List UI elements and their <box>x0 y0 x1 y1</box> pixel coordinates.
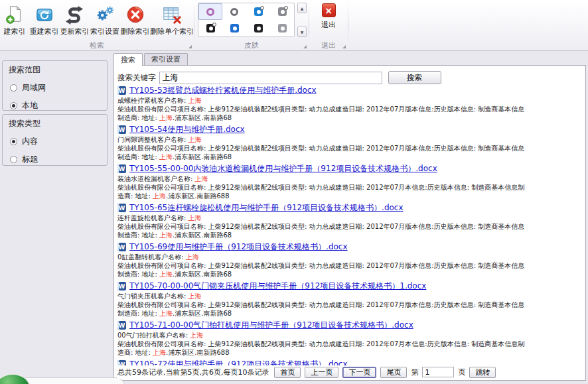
ribbon: 建索引 重建索引 更新索引 索引设置 <box>0 0 588 51</box>
index-settings-icon <box>95 3 115 27</box>
delete-single-index-button[interactable]: 删除单个索引 <box>151 0 194 38</box>
skin-blue-clock[interactable] <box>246 3 270 20</box>
search-button[interactable]: 搜索 <box>388 71 441 84</box>
jump-button[interactable]: 跳转 <box>469 367 496 378</box>
skin-gallery <box>198 3 295 37</box>
radio-option-内容[interactable]: 内容 <box>10 136 107 147</box>
create-index-button[interactable]: 建索引 <box>0 0 29 38</box>
group-caption-text: 皮肤 <box>244 40 259 50</box>
skin-blue[interactable] <box>222 20 246 36</box>
result-title-row: WTY105-69使用与维护手册（912项目设备技术规格书）.docx <box>117 242 583 252</box>
first-page-button[interactable]: 首页 <box>274 367 301 378</box>
skin-purple-ring[interactable] <box>198 3 222 20</box>
radio-selected-icon[interactable] <box>10 138 17 145</box>
skin-black[interactable] <box>246 20 270 36</box>
result-link[interactable]: TY105-54使用与维护手册.docx <box>129 125 245 135</box>
result-item: WTY105-65连杆螺栓旋松机使用与维护手册（912项目设备技术规格书）.do… <box>117 203 583 239</box>
radio-option-局域网[interactable]: 局域网 <box>10 82 107 94</box>
result-description-line: 气门锁夹压机客户名称: 上海 <box>117 292 583 300</box>
result-item: WTY105-53摇臂总成螺栓拧紧机使用与维护手册.docx成螺栓拧紧机客户名称… <box>117 86 583 122</box>
result-description-line: 制造商: 地址: 上海.浦东新区.南新路68 <box>117 309 583 318</box>
group-dialog-launcher-icon[interactable] <box>188 45 192 48</box>
result-description-line: 柴油机股份有限公司项目名称: 上柴912柴油机装配2线项目类型: 动力总成建造日… <box>117 261 583 270</box>
app-window: { "colors": { "word_icon_blue": "#2b579a… <box>0 0 588 384</box>
rebuild-index-icon <box>35 3 54 27</box>
next-page-button[interactable]: 下一页 <box>342 367 376 378</box>
keyword-highlight: 上海 <box>159 231 173 239</box>
radio-label: 本地 <box>22 100 38 111</box>
result-item: WTY105-54使用与维护手册.docx门间隙调整机客户名称: 上海柴油机股份… <box>117 125 583 161</box>
skin-blue-clock-icon <box>254 7 263 16</box>
keyword-highlight: 上海 <box>159 153 173 160</box>
ribbon-group-index: 建索引 重建索引 更新索引 索引设置 <box>0 0 194 50</box>
result-item: WTY105-71-00-00气门拍打机使用与维护手册（912项目设备技术规格书… <box>117 320 583 357</box>
skin-black-clock[interactable] <box>198 20 222 36</box>
skin-black-icon <box>254 24 263 32</box>
last-page-button[interactable]: 尾页 <box>380 367 407 378</box>
exit-button-label: 退出 <box>321 20 336 30</box>
pagination-summary: 总共59条记录,当前第5页,共6页,每页10条记录 <box>117 367 269 377</box>
result-description-line: 制造商: 地址: 上海.浦东新区.南新路68 <box>117 231 583 239</box>
skin-silver[interactable] <box>270 20 294 36</box>
result-description-line: 制造商: 地址: 上海.浦东新区.南新路68 <box>117 270 583 279</box>
rebuild-index-button[interactable]: 重建索引 <box>29 0 60 38</box>
skin-purple-ring-icon <box>206 8 214 16</box>
index-settings-button[interactable]: 索引设置 <box>90 0 120 38</box>
keyword-highlight: 上海 <box>153 349 166 356</box>
radio-option-本地[interactable]: 本地 <box>10 100 107 111</box>
radio-unselected-icon[interactable] <box>10 84 17 92</box>
ribbon-group-caption-exit: 退出 <box>309 40 348 50</box>
group-dialog-launcher-icon[interactable] <box>303 45 307 48</box>
result-description-line: 柴油机股份有限公司项目名称: 上柴912柴油机装配2线项目类型: 动力总成建造日… <box>117 183 583 192</box>
gallery-scroll-down-icon[interactable]: ▼ <box>297 27 307 37</box>
skin-gray-ring[interactable] <box>222 3 246 20</box>
group-dialog-launcher-icon[interactable] <box>342 45 346 48</box>
word-document-icon: W <box>117 243 126 251</box>
word-document-icon: W <box>117 86 126 95</box>
page-number-input[interactable] <box>422 367 454 377</box>
result-title-row: WTY105-70-00-00气门锁夹压机使用与维护手册（912项目设备技术规格… <box>117 281 583 291</box>
rebuild-index-label: 重建索引 <box>30 27 59 36</box>
prev-page-button[interactable]: 上一页 <box>305 367 338 378</box>
result-description-line: 连杆盖旋松机客户名称: 上海 <box>117 214 583 222</box>
index-settings-label: 索引设置 <box>90 27 119 36</box>
result-description-line: 制造商: 地址: 上海.浦东新区.南新路68 <box>117 153 583 161</box>
result-link[interactable]: TY105-55-00-00内装油水道检漏机使用与维护手册（912项目设备技术规… <box>129 164 437 174</box>
result-link[interactable]: TY105-71-00-00气门拍打机使用与维护手册（912项目设备技术规格书）… <box>129 320 413 331</box>
delete-index-label: 删除索引 <box>121 27 150 36</box>
radio-option-标题[interactable]: 标题 <box>10 154 107 165</box>
exit-x-icon: × <box>322 3 336 17</box>
result-item: WTY105-55-00-00内装油水道检漏机使用与维护手册（912项目设备技术… <box>117 164 583 200</box>
result-link[interactable]: TY105-70-00-00气门锁夹压机使用与维护手册（912项目设备技术规格书… <box>129 281 426 292</box>
search-keyword-input[interactable] <box>159 72 382 84</box>
keyword-highlight: 上海 <box>190 332 203 339</box>
gallery-scroll-up-icon[interactable]: ▲ <box>297 3 307 13</box>
result-link[interactable]: TY105-69使用与维护手册（912项目设备技术规格书）.docx <box>129 242 348 253</box>
result-description-line: 造商: 地址: 上海.浦东新区.南新路688 <box>117 348 583 357</box>
result-link[interactable]: TY105-65连杆螺栓旋松机使用与维护手册（912项目设备技术规格书）.doc… <box>129 203 404 214</box>
page-number-suffix: 页 <box>458 367 465 377</box>
result-title-row: WTY105-65连杆螺栓旋松机使用与维护手册（912项目设备技术规格书）.do… <box>117 203 583 213</box>
update-index-button[interactable]: 更新索引 <box>60 0 90 38</box>
new-index-icon <box>5 3 25 27</box>
drawer-handle-ball-icon[interactable] <box>0 373 31 384</box>
word-document-icon: W <box>117 282 126 290</box>
delete-index-icon <box>125 3 145 27</box>
radio-selected-icon[interactable] <box>10 102 17 109</box>
result-description-line: 制造商: 地址: 上海.浦东新区.南新路68 <box>117 113 583 122</box>
exit-button[interactable]: × 退出 <box>321 3 336 30</box>
create-index-label: 建索引 <box>4 27 26 36</box>
search-results-list: WTY105-53摇臂总成螺栓拧紧机使用与维护手册.docx成螺栓拧紧机客户名称… <box>117 86 583 381</box>
result-link[interactable]: TY105-53摇臂总成螺栓拧紧机使用与维护手册.docx <box>129 86 317 96</box>
skin-black-clock-icon <box>206 24 215 32</box>
skin-light-clock[interactable] <box>270 3 294 20</box>
result-description-line: 柴油机股份有限公司项目名称: 上柴912柴油机装配2线项目类型: 动力总成建造日… <box>117 144 583 153</box>
radio-unselected-icon[interactable] <box>10 156 17 163</box>
search-scope-title: 搜索范围 <box>3 61 107 76</box>
tab-index-settings[interactable]: 索引设置 <box>144 53 188 65</box>
keyword-highlight: 上海 <box>195 175 208 182</box>
tab-search[interactable]: 搜索 <box>113 53 143 66</box>
radio-label: 标题 <box>22 154 38 165</box>
search-type-title: 搜索类型 <box>3 115 107 129</box>
delete-index-button[interactable]: 删除索引 <box>120 0 151 38</box>
